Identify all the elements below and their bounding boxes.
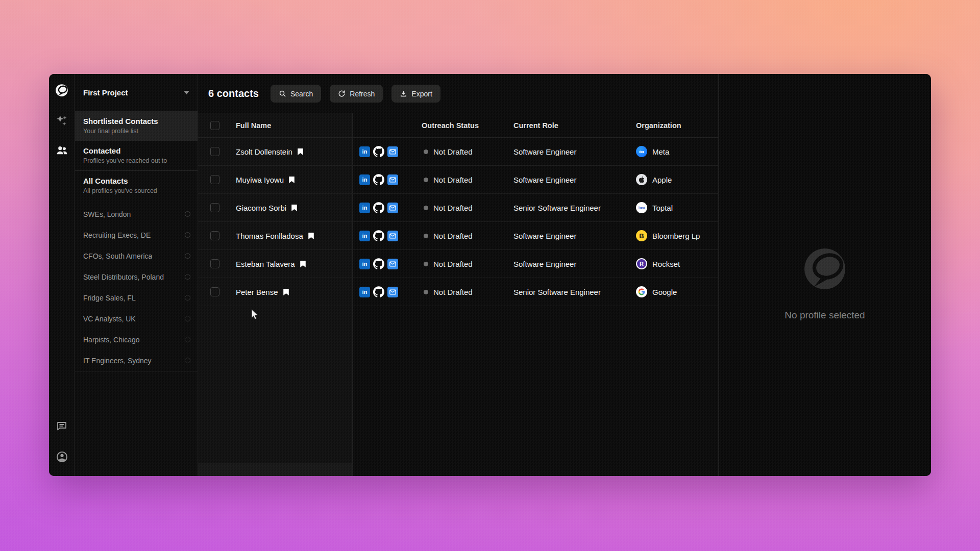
juicebox-logo-icon [54,83,69,98]
email-icon[interactable] [387,287,398,297]
table-row[interactable]: Thomas Fonlladosa in Not Drafted Softwar… [198,222,718,250]
export-button[interactable]: Export [391,85,440,103]
sidebar-item-all-contacts[interactable]: All Contacts All profiles you've sourced [75,171,198,201]
refresh-button[interactable]: Refresh [330,85,383,103]
status-dot-icon [424,234,428,238]
organization-name: Rockset [652,260,680,268]
organization-name: Meta [652,147,669,156]
linkedin-icon[interactable]: in [359,231,370,241]
sidebar-list-recruiting-execs-de[interactable]: Recruiting Execs, DE [75,224,198,245]
email-icon[interactable] [387,174,398,185]
status-ring-icon [185,316,190,321]
email-icon[interactable] [387,259,398,269]
search-button[interactable]: Search [271,85,321,103]
github-icon[interactable] [373,202,384,213]
column-header-full-name: Full Name [236,121,271,130]
status-ring-icon [185,358,190,363]
outreach-status: Not Drafted [433,176,473,184]
profile-detail-panel: No profile selected [718,74,931,476]
status-ring-icon [185,232,190,238]
table-footer-strip [198,463,353,476]
email-icon[interactable] [387,203,398,213]
sidebar-list-harpists-chicago[interactable]: Harpists, Chicago [75,329,198,350]
contact-name: Giacomo Sorbi [236,204,286,212]
bookmark-icon[interactable] [291,204,298,212]
status-ring-icon [185,274,190,280]
email-icon[interactable] [387,231,398,241]
status-ring-icon [185,295,190,300]
contact-name: Esteban Talavera [236,260,295,268]
list-label: SWEs, London [83,210,131,218]
toptal-logo-icon: Toptal [636,202,647,213]
outreach-status: Not Drafted [433,288,473,296]
github-icon[interactable] [373,230,384,241]
row-checkbox[interactable] [210,287,219,296]
people-icon[interactable] [54,143,69,158]
list-label: Fridge Sales, FL [83,294,136,302]
bookmark-icon[interactable] [300,260,306,268]
sidebar-list-fridge-sales-fl[interactable]: Fridge Sales, FL [75,287,198,308]
row-checkbox[interactable] [210,147,219,156]
apple-logo-icon [636,174,647,185]
select-all-checkbox[interactable] [210,121,219,130]
meta-logo-icon: ∞ [636,146,647,157]
chevron-down-icon [184,91,189,94]
outreach-status: Not Drafted [433,232,473,240]
linkedin-icon[interactable]: in [359,146,370,157]
row-checkbox[interactable] [210,175,219,184]
linkedin-icon[interactable]: in [359,203,370,213]
sidebar-list-swes-london[interactable]: SWEs, London [75,204,198,224]
bloomberg-logo-icon: B [636,230,647,241]
sidebar-list-vc-analysts-uk[interactable]: VC Analysts, UK [75,308,198,329]
project-name: First Project [83,88,128,97]
status-ring-icon [185,211,190,217]
row-checkbox[interactable] [210,203,219,212]
account-icon[interactable] [54,449,69,464]
sparkles-icon[interactable] [54,113,69,128]
outreach-status: Not Drafted [433,260,473,268]
status-dot-icon [424,149,428,154]
github-icon[interactable] [373,286,384,297]
list-label: IT Engineers, Sydney [83,357,152,365]
project-selector[interactable]: First Project [75,74,198,111]
row-checkbox[interactable] [210,231,219,240]
bookmark-icon[interactable] [288,176,295,184]
github-icon[interactable] [373,258,384,269]
contacts-main: 6 contacts Search Refresh Export Full [198,74,718,476]
bookmark-icon[interactable] [283,288,289,296]
table-row[interactable]: Muyiwa Iyowu in Not Drafted Software Eng… [198,166,718,194]
table-row[interactable]: Peter Bense in Not Drafted Senior Softwa… [198,278,718,306]
linkedin-icon[interactable]: in [359,259,370,269]
current-role: Software Engineer [513,260,636,268]
app-logo-icon[interactable] [54,83,69,98]
organization-name: Bloomberg Lp [652,232,700,240]
table-row[interactable]: Esteban Talavera in Not Drafted Software… [198,250,718,278]
sidebar-list-cfos-south-america[interactable]: CFOs, South America [75,245,198,266]
column-header-organization: Organization [636,121,718,130]
row-checkbox[interactable] [210,259,219,268]
sidebar-divider [75,371,198,371]
table-header-row: Full Name Outreach Status Current Role O… [198,113,718,138]
sidebar-item-shortlisted-contacts[interactable]: Shortlisted Contacts Your final profile … [75,111,198,141]
linkedin-icon[interactable]: in [359,287,370,297]
github-icon[interactable] [373,174,384,185]
table-row[interactable]: Zsolt Dollenstein in Not Drafted Softwar… [198,138,718,166]
list-label: CFOs, South America [83,252,152,260]
list-label: Harpists, Chicago [83,336,140,344]
email-icon[interactable] [387,146,398,157]
linkedin-icon[interactable]: in [359,174,370,185]
sidebar: First Project Shortlisted Contacts Your … [75,74,198,476]
sidebar-item-contacted[interactable]: Contacted Profiles you've reached out to [75,141,198,170]
github-icon[interactable] [373,146,384,157]
refresh-icon [338,90,346,97]
list-label: Recruiting Execs, DE [83,231,151,239]
sidebar-list-it-engineers-sydney[interactable]: IT Engineers, Sydney [75,350,198,371]
current-role: Senior Software Engineer [513,288,636,296]
chat-icon[interactable] [54,418,69,434]
sidebar-list-steel-distributors-poland[interactable]: Steel Distributors, Poland [75,266,198,287]
sidebar-item-title: Contacted [83,146,189,155]
table-row[interactable]: Giacomo Sorbi in Not Drafted Senior Soft… [198,194,718,222]
google-logo-icon [636,286,647,297]
bookmark-icon[interactable] [308,232,314,240]
bookmark-icon[interactable] [297,148,304,156]
